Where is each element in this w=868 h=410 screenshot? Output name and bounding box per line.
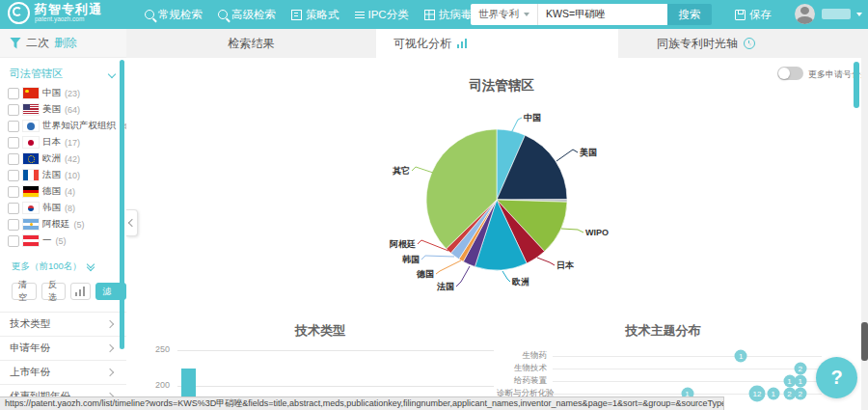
pie-slice-label: 日本 [556, 260, 575, 270]
sidebar-country-row[interactable]: 世界知识产权组织(44) [0, 118, 126, 134]
bubble-point[interactable]: 1 [767, 388, 779, 400]
flag-de-icon [23, 186, 39, 197]
tab-patent-family-timeline[interactable]: 同族专利时光轴 [618, 29, 861, 58]
country-name: 中国 [42, 87, 61, 99]
sidebar-section-技术类型[interactable]: 技术类型 [0, 312, 126, 336]
pie-slice-label: 中国 [524, 113, 541, 123]
country-checkbox[interactable] [8, 88, 19, 99]
country-checkbox[interactable] [8, 137, 19, 149]
sidebar-country-row[interactable]: 阿根廷(5) [0, 216, 126, 232]
pie-slice-label: 欧洲 [512, 277, 529, 287]
sidebar-section-上市年份[interactable]: 上市年份 [0, 360, 126, 384]
sidebar-section-申请年份[interactable]: 申请年份 [0, 336, 126, 360]
page-scrollbar-track[interactable] [861, 29, 868, 410]
country-checkbox[interactable] [8, 186, 19, 198]
tab-visual-analysis[interactable]: 可视化分析 [376, 29, 618, 58]
sidebar-country-row[interactable]: 一(5) [0, 232, 126, 249]
sidebar-country-row[interactable]: 韩国(8) [0, 200, 126, 216]
y-axis-tick-label: 200 [143, 380, 170, 390]
bubble-row-label: 生物药 [497, 350, 547, 362]
country-checkbox[interactable] [8, 170, 19, 181]
country-count: (5) [74, 220, 85, 230]
sidebar-country-row[interactable]: 美国(64) [0, 101, 126, 118]
more-top100-link[interactable]: 更多（前100名） [0, 260, 126, 273]
ipc-list-icon [355, 11, 365, 19]
country-checkbox[interactable] [8, 153, 19, 165]
nav-item-策略式[interactable]: 策略式 [291, 8, 339, 22]
country-list: 中国(23)美国(64)世界知识产权组织(44)日本(17)欧洲(42)法国(1… [0, 85, 126, 249]
sidebar-country-row[interactable]: 中国(23) [0, 85, 126, 101]
browser-status-url: https://patent.yaozh.com/list/timeline?w… [0, 396, 724, 410]
country-checkbox[interactable] [8, 121, 19, 132]
bubble-point[interactable]: 1 [794, 375, 806, 388]
flag-jp-icon [23, 137, 39, 148]
y-axis-tick-label: 250 [143, 344, 170, 354]
filter-sidebar: 司法管辖区 中国(23)美国(64)世界知识产权组织(44)日本(17)欧洲(4… [0, 58, 126, 410]
merge-applications-toggle[interactable] [777, 67, 803, 80]
secondary-filter-header[interactable]: 二次 删除 [0, 29, 126, 58]
brand[interactable]: 药智专利通 patent.yaozh.com [8, 2, 102, 24]
flag-us-icon [23, 104, 39, 115]
gridline [177, 350, 494, 351]
scope-select-value: 世界专利 [478, 8, 519, 21]
flag-cn-icon [23, 88, 39, 98]
clock-icon [744, 38, 755, 49]
sidebar-collapse-handle[interactable] [126, 209, 138, 236]
sidebar-country-row[interactable]: 日本(17) [0, 134, 126, 150]
save-icon [735, 10, 746, 20]
bubble-row-line [553, 356, 822, 357]
clear-button[interactable]: 清空 [12, 283, 37, 300]
chart-view-button[interactable] [70, 283, 91, 300]
country-name: 法国 [42, 169, 61, 181]
tab-search-results[interactable]: 检索结果 [126, 29, 376, 58]
country-count: (8) [65, 204, 75, 213]
pie-label-leader-line [421, 256, 454, 260]
sidebar-scrollbar[interactable] [120, 60, 124, 349]
bubble-row-line [553, 369, 822, 369]
user-avatar[interactable] [795, 4, 815, 24]
more-label: 更多（前100名） [12, 260, 82, 273]
bubble-row-line [553, 381, 822, 382]
sidebar-section-label: 申请年份 [10, 342, 50, 355]
chevron-down-icon [108, 69, 116, 77]
search-button[interactable]: 搜索 [667, 4, 712, 25]
country-name: 阿根廷 [42, 218, 70, 231]
bubble-point[interactable]: 2 [794, 363, 806, 375]
jurisdiction-section-header[interactable]: 司法管辖区 [0, 58, 126, 85]
search-input[interactable] [538, 4, 667, 25]
bubble-point[interactable]: 12 [749, 386, 766, 402]
country-count: (17) [65, 138, 80, 148]
user-menu-caret-icon[interactable] [856, 13, 862, 16]
chevron-right-icon [106, 320, 114, 328]
bar-chart-title: 技术类型 [143, 322, 498, 340]
pie-slice-label: WIPO [585, 228, 609, 237]
flag-eu-icon [23, 153, 39, 164]
country-checkbox[interactable] [8, 104, 19, 116]
country-count: (23) [65, 89, 80, 98]
nav-item-高级检索[interactable]: 高级检索 [218, 8, 276, 22]
country-checkbox[interactable] [8, 219, 19, 231]
nav-item-常规检索[interactable]: 常规检索 [145, 8, 203, 22]
pie-slice-label: 韩国 [401, 255, 420, 264]
save-button[interactable]: 保存 [735, 8, 772, 22]
antivirus-library-grid-icon [424, 10, 435, 20]
sidebar-country-row[interactable]: 法国(10) [0, 167, 126, 183]
strategy-board-icon [291, 10, 302, 20]
pie-slice-label: 其它 [392, 165, 410, 176]
username-blurred [822, 9, 851, 19]
country-checkbox[interactable] [8, 203, 19, 214]
sidebar-country-row[interactable]: 德国(4) [0, 183, 126, 200]
help-button[interactable]: ? [816, 357, 857, 398]
page-scrollbar-thumb[interactable] [861, 322, 868, 361]
chevron-right-icon [106, 344, 114, 352]
scope-select[interactable]: 世界专利 [471, 4, 538, 25]
bubble-point[interactable]: 1 [735, 350, 747, 363]
brand-subtitle: patent.yaozh.com [35, 16, 102, 23]
country-name: 一 [42, 234, 52, 247]
invert-selection-button[interactable]: 反选 [41, 283, 67, 300]
nav-item-IPC分类[interactable]: IPC分类 [355, 8, 409, 22]
sidebar-country-row[interactable]: 欧洲(42) [0, 150, 126, 167]
bubble-point[interactable]: 2 [794, 388, 806, 400]
country-checkbox[interactable] [8, 235, 19, 247]
content-scrollbar[interactable] [854, 62, 859, 108]
